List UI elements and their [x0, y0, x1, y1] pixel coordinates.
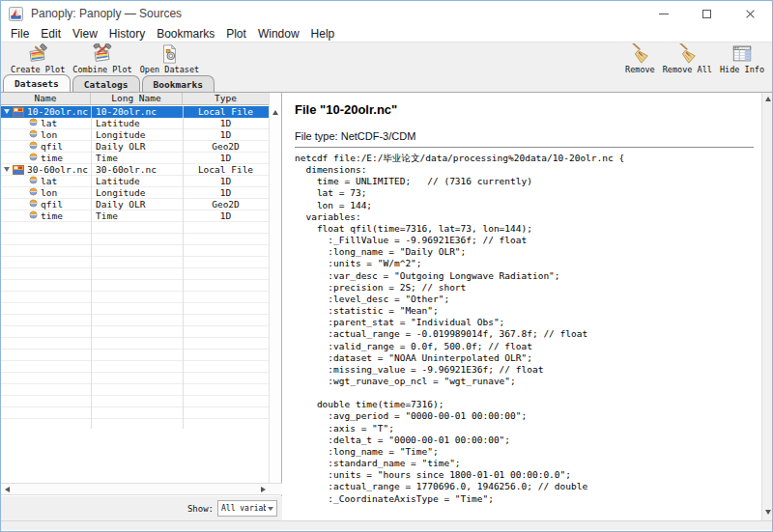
maximize-button[interactable]: [685, 1, 729, 26]
show-variables-value: All variables: [221, 504, 266, 513]
menu-help[interactable]: Help: [305, 26, 341, 42]
tab-bookmarks[interactable]: Bookmarks: [142, 75, 215, 92]
tab-datasets[interactable]: Datasets: [3, 74, 71, 92]
column-header-name[interactable]: Name: [1, 93, 91, 104]
create-plot-label: Create Plot: [11, 65, 65, 74]
dataset-icon: [13, 107, 24, 117]
info-file-title: File "10-20olr.nc": [295, 102, 754, 117]
title-bar: Panoply: Panoply — Sources: [1, 1, 772, 26]
tabs-bar: Datasets Catalogs Bookmarks: [1, 75, 772, 93]
hide-info-label: Hide Info: [720, 65, 764, 74]
table-row[interactable]: 30-60olr.nc30-60olr.ncLocal File: [1, 164, 269, 176]
hide-info-button[interactable]: Hide Info: [716, 42, 768, 74]
minimize-button[interactable]: [642, 1, 685, 26]
variable-icon: [29, 118, 38, 126]
variable-icon: [29, 176, 38, 184]
scroll-right-icon[interactable]: [261, 487, 266, 492]
table-row[interactable]: qfilDaily OLRGeo2D: [1, 141, 269, 153]
table-row[interactable]: lonLongitude1D: [1, 129, 269, 141]
remove-all-button[interactable]: Remove All: [659, 42, 716, 74]
variable-icon: [29, 187, 38, 196]
info-panel: File "10-20olr.nc" File type: NetCDF-3/C…: [283, 93, 773, 520]
show-filter-row: Show: All variables: [1, 496, 282, 520]
remove-all-broom-icon: [675, 43, 699, 65]
variable-icon: [29, 153, 38, 161]
show-label: Show:: [187, 504, 214, 514]
close-button[interactable]: [729, 1, 772, 26]
minimize-icon: [659, 14, 669, 14]
info-file-type: File type: NetCDF-3/CDM: [295, 130, 754, 142]
menu-window[interactable]: Window: [252, 26, 305, 42]
menu-edit[interactable]: Edit: [35, 26, 67, 42]
scroll-up-icon[interactable]: [765, 97, 771, 101]
open-dataset-button[interactable]: Open Dataset: [136, 42, 203, 74]
create-plot-icon: [26, 43, 49, 65]
menu-plot[interactable]: Plot: [220, 26, 252, 42]
variable-icon: [29, 129, 38, 138]
table-header: Name Long Name Type: [1, 93, 269, 105]
status-bar: [1, 520, 772, 532]
window-title: Panoply: Panoply — Sources: [31, 7, 182, 20]
tree-horizontal-scrollbar[interactable]: [1, 483, 282, 495]
chevron-down-icon: [268, 507, 273, 511]
column-header-long-name[interactable]: Long Name: [91, 93, 183, 104]
remove-broom-icon: [628, 43, 651, 65]
remove-button[interactable]: Remove: [621, 42, 659, 74]
app-window: Panoply: Panoply — Sources File Edit Vie…: [0, 0, 773, 532]
table-row[interactable]: latLatitude1D: [1, 118, 269, 129]
combine-plot-button[interactable]: Combine Plot: [69, 42, 135, 74]
table-row[interactable]: timeTime1D: [1, 153, 269, 164]
datasets-panel: Name Long Name Type 10-20olr.nc10-20olr.…: [1, 93, 282, 520]
menu-bookmarks[interactable]: Bookmarks: [151, 26, 220, 42]
variable-icon: [29, 141, 38, 150]
remove-label: Remove: [625, 65, 655, 74]
maximize-icon: [702, 10, 711, 18]
table-row[interactable]: 10-20olr.nc10-20olr.ncLocal File: [1, 106, 269, 118]
dataset-tree-body: 10-20olr.nc10-20olr.ncLocal FilelatLatit…: [1, 106, 269, 429]
scroll-up-icon[interactable]: [272, 110, 278, 115]
create-plot-button[interactable]: Create Plot: [7, 42, 69, 74]
variable-icon: [29, 199, 38, 208]
info-vertical-scrollbar[interactable]: [761, 93, 773, 520]
dataset-icon: [13, 165, 24, 175]
expander-icon[interactable]: [4, 109, 10, 114]
menu-history[interactable]: History: [103, 26, 151, 42]
scroll-down-icon[interactable]: [765, 510, 771, 515]
combine-plot-label: Combine Plot: [72, 65, 131, 74]
table-row[interactable]: latLatitude1D: [1, 176, 269, 187]
info-divider: [295, 147, 754, 148]
table-row[interactable]: timeTime1D: [1, 210, 269, 222]
expander-icon[interactable]: [4, 167, 10, 172]
menu-file[interactable]: File: [5, 26, 35, 42]
open-dataset-label: Open Dataset: [140, 65, 199, 74]
tree-vertical-scrollbar[interactable]: [269, 93, 281, 483]
show-variables-select[interactable]: All variables: [217, 500, 277, 517]
menu-bar: File Edit View History Bookmarks Plot Wi…: [1, 26, 772, 42]
app-icon: [9, 7, 23, 21]
menu-view[interactable]: View: [67, 26, 103, 42]
ncdump-text: netcdf file:/E:/毕业论文/data/processing%20d…: [295, 153, 754, 505]
variable-icon: [29, 210, 38, 219]
close-icon: [745, 9, 756, 19]
toolbar: Create Plot Combine Plot: [1, 42, 772, 75]
remove-all-label: Remove All: [663, 65, 712, 74]
scroll-left-icon[interactable]: [5, 487, 10, 492]
table-row[interactable]: lonLongitude1D: [1, 187, 269, 199]
column-header-type[interactable]: Type: [183, 93, 269, 104]
table-row[interactable]: qfilDaily OLRGeo2D: [1, 199, 269, 210]
open-dataset-icon: [157, 43, 181, 65]
tab-catalogs[interactable]: Catalogs: [72, 75, 140, 92]
main-content: Name Long Name Type 10-20olr.nc10-20olr.…: [1, 93, 772, 520]
hide-info-icon: [730, 43, 754, 65]
combine-plot-icon: [91, 43, 114, 65]
